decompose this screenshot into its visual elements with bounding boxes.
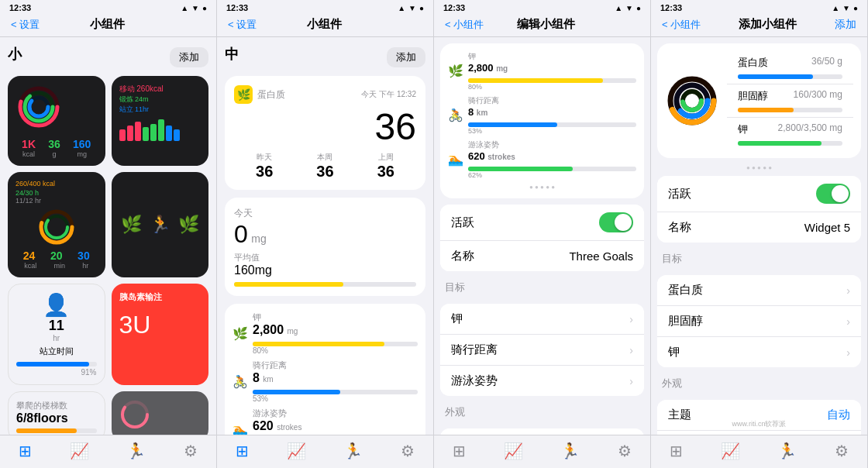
widget-grid-1: 1K kcal 36 g 160 mg 移动 260kcal 锻炼 24m xyxy=(8,76,208,385)
time-2: 12:33 xyxy=(226,3,248,12)
nav-back-4[interactable]: < 小组件 xyxy=(662,18,701,32)
protein-time: 今天 下午 12:32 xyxy=(361,89,416,100)
tab-run-1[interactable]: 🏃 xyxy=(126,442,146,460)
bottom-tab-bar-4: ⊞ 📈 🏃 ⚙ xyxy=(651,435,867,468)
potassium-row-4[interactable]: 钾 › xyxy=(657,337,861,367)
goals-section-title-3: 目标 xyxy=(434,276,650,299)
icon-1: 🌿 xyxy=(121,215,142,235)
nav-back-2[interactable]: < 设置 xyxy=(228,18,257,32)
today-zero-widget: 今天 0 mg 平均值 160mg xyxy=(225,198,425,296)
status-bar-4: 12:33 ▲▼● xyxy=(651,0,867,14)
add-button-2[interactable]: 添加 xyxy=(387,47,425,67)
stairs-progress-bg xyxy=(16,428,97,433)
panel-4: 12:33 ▲▼● < 小组件 添加小组件 添加 蛋白质 36 xyxy=(651,0,868,468)
tab-chart-1[interactable]: 📈 xyxy=(70,442,89,460)
nav-action-4[interactable]: 添加 xyxy=(835,18,856,32)
cycling-unit: km xyxy=(263,375,273,384)
partial-ring xyxy=(119,399,150,430)
tab-settings-3[interactable]: ⚙ xyxy=(618,442,632,460)
tab-run-2[interactable]: 🏃 xyxy=(343,442,363,460)
protein-chevron-4: › xyxy=(846,284,850,297)
nav-title-1: 小组件 xyxy=(90,17,125,32)
swim-row-3[interactable]: 游泳姿势 › xyxy=(440,366,644,396)
stand-progress-bg xyxy=(16,362,97,366)
name-label-3: 名称 xyxy=(451,249,474,263)
goals-list-3: 钾 › 骑行距离 › 游泳姿势 › xyxy=(440,304,644,396)
protein-row-4[interactable]: 蛋白质 › xyxy=(657,275,861,306)
tab-run-3[interactable]: 🏃 xyxy=(560,442,580,460)
nav-back-3[interactable]: < 小组件 xyxy=(445,18,484,32)
protein-icon: 🌿 xyxy=(234,85,253,104)
edit-panel-4: 蛋白质 36/50 g 胆固醇 160/300 mg 钾 2,800/3,5 xyxy=(651,37,867,435)
active-toggle-3[interactable] xyxy=(599,212,633,232)
status-bar-3: 12:33 ▲▼● xyxy=(434,0,650,14)
tab-chart-2[interactable]: 📈 xyxy=(287,442,306,460)
preview-cycling: 🚴 骑行距离 8 km 53% xyxy=(448,95,636,135)
potassium-chevron-4: › xyxy=(846,346,850,359)
active-section-3: 活跃 名称 Three Goals xyxy=(440,205,644,271)
icon-3: 🌿 xyxy=(178,215,199,235)
status-bar-2: 12:33 ▲▼● xyxy=(217,0,433,14)
icons-row: 🌿 🏃 🌿 xyxy=(121,215,199,235)
edit-panel-3: 🌿 钾 2,800 mg 80% 🚴 骑行距离 8 km 53% 🏊 xyxy=(434,37,650,435)
stairs-value: 6/8floors xyxy=(16,411,97,425)
tab-grid-3[interactable]: ⊞ xyxy=(453,442,466,460)
content-area-2: 中 添加 🌿 蛋白质 今天 下午 12:32 36 昨天 36 本周 36 xyxy=(217,37,433,435)
cholesterol-row-4[interactable]: 胆固醇 › xyxy=(657,306,861,337)
tab-chart-3[interactable]: 📈 xyxy=(504,442,523,460)
goals-section-title-4: 目标 xyxy=(651,247,867,270)
tab-grid-2[interactable]: ⊞ xyxy=(236,442,249,460)
theme-row-3[interactable]: 主题 浅色 xyxy=(440,428,644,435)
tab-settings-1[interactable]: ⚙ xyxy=(184,442,198,460)
potassium-progress-preview: 钾 2,800/3,500 mg xyxy=(727,118,853,150)
tab-settings-4[interactable]: ⚙ xyxy=(835,442,849,460)
protein-yesterday: 昨天 36 xyxy=(256,152,273,181)
active-toggle-4[interactable] xyxy=(816,184,850,204)
swim-chevron-3: › xyxy=(629,375,633,387)
cholesterol-chevron-4: › xyxy=(846,315,850,328)
time-1: 12:33 xyxy=(9,3,31,12)
potassium-label-3: 钾 xyxy=(451,311,463,326)
tab-chart-4[interactable]: 📈 xyxy=(721,442,740,460)
stand-value: 11 xyxy=(16,318,97,334)
cycling-row-3[interactable]: 骑行距离 › xyxy=(440,335,644,366)
active-label-3: 活跃 xyxy=(451,215,474,230)
name-label-4: 名称 xyxy=(668,220,691,235)
dual-ring-widget: 260/400 kcal 24/30 h 11/12 hr 24 20 30 k… xyxy=(8,172,105,277)
tab-run-4[interactable]: 🏃 xyxy=(777,442,797,460)
goal-row-swim: 🏊 游泳姿势 620 strokes 62% xyxy=(232,408,418,435)
protein-weekly-widget: 🌿 蛋白质 今天 下午 12:32 36 昨天 36 本周 36 上周 36 xyxy=(225,76,425,190)
potassium-icon: 🌿 xyxy=(232,326,248,341)
potassium-label-4: 钾 xyxy=(668,345,680,360)
insulin-value: 3U xyxy=(119,311,202,339)
nav-back-1[interactable]: < 设置 xyxy=(11,18,40,32)
content-area-1: 小 添加 1K kcal xyxy=(0,37,216,435)
protein-name: 蛋白质 xyxy=(257,88,285,102)
activity-kcal-label: 移动 260kcal xyxy=(119,84,202,95)
protein-thisweek: 本周 36 xyxy=(316,152,333,181)
time-4: 12:33 xyxy=(660,3,682,12)
swim-unit: strokes xyxy=(277,423,301,432)
today-progress-bg xyxy=(234,282,416,287)
tab-grid-1[interactable]: ⊞ xyxy=(19,442,32,460)
avg-value: 160mg xyxy=(234,263,416,277)
stand-progress-fill xyxy=(16,362,89,366)
edit-preview-3: 🌿 钾 2,800 mg 80% 🚴 骑行距离 8 km 53% 🏊 xyxy=(440,43,644,198)
ring-stats-widget: 1K kcal 36 g 160 mg xyxy=(8,76,105,166)
activity-rings-small xyxy=(16,84,62,130)
status-icons-3: ▲▼● xyxy=(615,4,641,12)
ring-stats-row: 1K kcal 36 g 160 mg xyxy=(16,138,98,158)
tab-grid-4[interactable]: ⊞ xyxy=(670,442,683,460)
today-value: 0 xyxy=(234,220,248,248)
add-button-1[interactable]: 添加 xyxy=(170,47,208,67)
dual-ring-units: kcal min hr xyxy=(16,262,98,270)
bar-chart xyxy=(119,118,202,141)
today-unit: mg xyxy=(251,232,266,245)
tab-settings-2[interactable]: ⚙ xyxy=(401,442,415,460)
potassium-row-3[interactable]: 钾 › xyxy=(440,304,644,335)
swim-label-3: 游泳姿势 xyxy=(451,373,498,388)
activity-bars-widget: 移动 260kcal 锻炼 24m 站立 11hr xyxy=(112,76,209,166)
protein-lastweek: 上周 36 xyxy=(377,152,394,181)
stand-widget: 👤 11 hr 站立时间 91% xyxy=(8,284,105,385)
protein-label-4: 蛋白质 xyxy=(668,283,703,298)
